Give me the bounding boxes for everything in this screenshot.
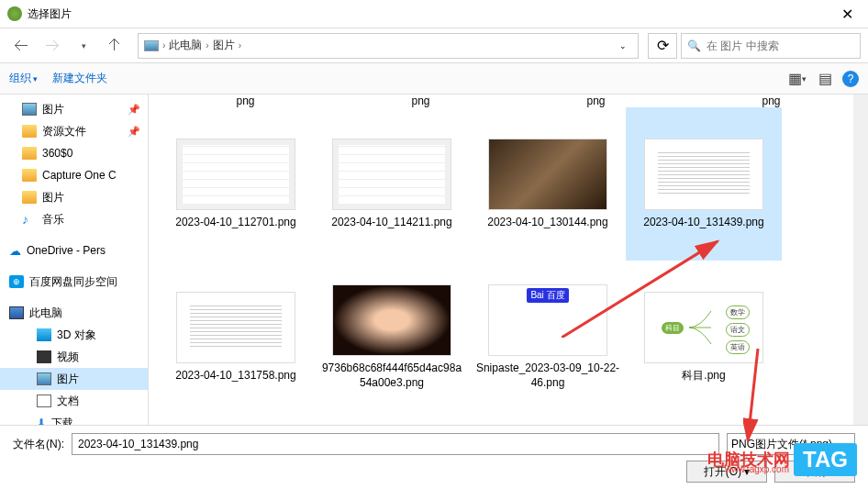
file-item[interactable]: Bai 百度 Snipaste_2023-03-09_10-22-46.png bbox=[470, 261, 626, 414]
pc-icon bbox=[9, 306, 24, 319]
baidu-icon: ⊕ bbox=[9, 275, 24, 288]
file-item[interactable]: 2023-04-10_130144.png bbox=[470, 107, 626, 261]
organize-menu[interactable]: 组织 ▾ bbox=[9, 71, 38, 86]
file-grid: png png png png 2023-04-10_112701.png 20… bbox=[149, 94, 868, 425]
thumbnail bbox=[488, 139, 607, 210]
thumbnail bbox=[332, 284, 451, 356]
sidebar-item-download[interactable]: ⬇下载 bbox=[0, 412, 148, 425]
app-icon bbox=[7, 6, 22, 21]
file-item[interactable]: 9736b68c68f444f65d4ac98a54a00e3.png bbox=[314, 261, 470, 414]
file-item-selected[interactable]: 2023-04-10_131439.png bbox=[626, 107, 782, 261]
filename-label: 文件名(N): bbox=[13, 437, 64, 452]
prev-row-label: png bbox=[236, 94, 254, 107]
view-details-button[interactable]: ▤ bbox=[815, 69, 835, 89]
music-icon: ♪ bbox=[22, 212, 37, 227]
close-button[interactable]: ✕ bbox=[827, 0, 868, 28]
sidebar: 图片📌 资源文件📌 360$0 Capture One C 图片 ♪音乐 ☁On… bbox=[0, 94, 149, 425]
address-bar[interactable]: › 此电脑 › 图片 › ⌄ bbox=[138, 33, 639, 59]
filename-input[interactable] bbox=[72, 433, 719, 455]
file-name: 2023-04-10_112701.png bbox=[175, 216, 295, 230]
prev-row-label: png bbox=[411, 94, 429, 107]
sidebar-item-pictures3[interactable]: 图片 bbox=[0, 368, 148, 390]
file-item[interactable]: 2023-04-10_131758.png bbox=[158, 261, 314, 414]
file-item[interactable]: 2023-04-10_114211.png bbox=[314, 107, 470, 261]
sidebar-item-video[interactable]: 视频 bbox=[0, 346, 148, 368]
thumbnail: 科目 数学 语文 英语 bbox=[644, 292, 763, 363]
thumbnail bbox=[644, 139, 763, 210]
sidebar-item-pictures2[interactable]: 图片 bbox=[0, 186, 148, 208]
toolbar: 组织 ▾ 新建文件夹 ▦ ▾ ▤ ? bbox=[0, 63, 868, 94]
file-item[interactable]: 2023-04-10_112701.png bbox=[158, 107, 314, 261]
file-name: 科目.png bbox=[682, 369, 725, 383]
refresh-button[interactable]: ⟳ bbox=[648, 33, 677, 59]
help-button[interactable]: ? bbox=[842, 71, 859, 87]
view-icons-button[interactable]: ▦ ▾ bbox=[787, 69, 807, 89]
prev-row-label: png bbox=[586, 94, 605, 107]
location-icon bbox=[144, 40, 159, 51]
sidebar-item-resources[interactable]: 资源文件📌 bbox=[0, 120, 148, 142]
sidebar-item-pictures[interactable]: 图片📌 bbox=[0, 98, 148, 120]
file-name: 2023-04-10_114211.png bbox=[331, 216, 451, 230]
file-item[interactable]: 科目 数学 语文 英语 科目.png bbox=[626, 261, 782, 414]
forward-button[interactable]: 🡢 bbox=[39, 33, 66, 59]
search-box[interactable]: 🔍 bbox=[681, 33, 861, 59]
sidebar-item-baidu[interactable]: ⊕百度网盘同步空间 bbox=[0, 271, 148, 293]
watermark: 电脑技术网 TAG www.tagxp.com bbox=[707, 443, 857, 476]
file-name: 9736b68c68f444f65d4ac98a54a00e3.png bbox=[319, 361, 464, 390]
thumbnail bbox=[332, 139, 451, 210]
file-name: 2023-04-10_131758.png bbox=[175, 369, 295, 383]
up-folder-button[interactable]: 🡡 bbox=[101, 33, 128, 59]
search-icon: 🔍 bbox=[687, 39, 701, 52]
thumbnail: Bai 百度 bbox=[488, 284, 607, 356]
chevron-right-icon: › bbox=[206, 40, 208, 50]
thumbnail bbox=[176, 139, 295, 210]
nav-bar: 🡠 🡢 ▾ 🡡 › 此电脑 › 图片 › ⌄ ⟳ 🔍 bbox=[0, 28, 868, 63]
prev-row-label: png bbox=[762, 94, 780, 107]
download-icon: ⬇ bbox=[37, 417, 46, 425]
address-dropdown[interactable]: ⌄ bbox=[614, 41, 632, 50]
sidebar-item-3dobjects[interactable]: 3D 对象 bbox=[0, 324, 148, 346]
file-name: Snipaste_2023-03-09_10-22-46.png bbox=[475, 361, 620, 390]
sidebar-item-documents[interactable]: 文档 bbox=[0, 390, 148, 412]
back-button[interactable]: 🡠 bbox=[7, 33, 35, 59]
pin-icon: 📌 bbox=[128, 104, 140, 116]
chevron-right-icon: › bbox=[239, 40, 241, 50]
sidebar-item-360[interactable]: 360$0 bbox=[0, 142, 148, 164]
sidebar-item-capture[interactable]: Capture One C bbox=[0, 164, 148, 186]
up-button[interactable]: ▾ bbox=[70, 33, 97, 59]
cloud-icon: ☁ bbox=[9, 244, 21, 258]
new-folder-button[interactable]: 新建文件夹 bbox=[52, 71, 107, 86]
sidebar-item-thispc[interactable]: 此电脑 bbox=[0, 302, 148, 324]
thumbnail bbox=[176, 292, 295, 363]
window-title: 选择图片 bbox=[28, 6, 72, 22]
sidebar-item-music[interactable]: ♪音乐 bbox=[0, 208, 148, 230]
breadcrumb-pc[interactable]: 此电脑 bbox=[169, 38, 202, 53]
file-name: 2023-04-10_131439.png bbox=[643, 216, 763, 230]
chevron-right-icon: › bbox=[162, 40, 165, 50]
file-name: 2023-04-10_130144.png bbox=[487, 216, 607, 230]
title-bar: 选择图片 ✕ bbox=[0, 0, 868, 28]
scrollbar-vertical[interactable] bbox=[853, 94, 868, 425]
search-input[interactable] bbox=[707, 39, 854, 52]
breadcrumb-folder[interactable]: 图片 bbox=[213, 38, 235, 53]
pin-icon: 📌 bbox=[128, 126, 140, 138]
sidebar-item-onedrive[interactable]: ☁OneDrive - Pers bbox=[0, 239, 148, 261]
